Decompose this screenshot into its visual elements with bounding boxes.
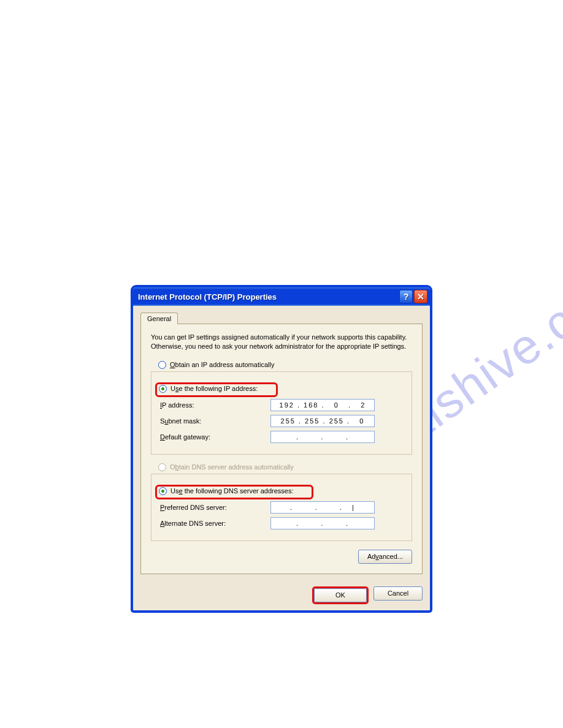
ip-address-label: IP address:: [160, 401, 270, 409]
radio-use-dns[interactable]: Use the following DNS server addresses:: [159, 487, 297, 495]
default-gateway-label: Default gateway:: [160, 433, 270, 441]
radio-dot-icon: [161, 490, 164, 493]
tab-strip: General: [140, 313, 423, 324]
alternate-dns-input[interactable]: [270, 517, 375, 529]
close-button[interactable]: ✕: [414, 290, 427, 303]
titlebar[interactable]: Internet Protocol (TCP/IP) Properties ? …: [133, 287, 430, 306]
dialog-window: Internet Protocol (TCP/IP) Properties ? …: [131, 286, 432, 612]
close-icon: ✕: [417, 292, 424, 301]
radio-label: Use the following DNS server addresses:: [170, 487, 294, 495]
radio-obtain-ip-auto[interactable]: Obtain an IP address automatically: [158, 361, 412, 369]
preferred-dns-label: Preferred DNS server:: [160, 504, 270, 511]
radio-icon: [158, 361, 166, 369]
ip-fieldset: Use the following IP address: IP address…: [151, 371, 412, 455]
dialog-footer: OK Cancel: [133, 582, 430, 610]
radio-obtain-ip-auto-text: btain an IP address automatically: [175, 361, 275, 368]
radio-label: Obtain DNS server address automatically: [170, 463, 294, 471]
window-title: Internet Protocol (TCP/IP) Properties: [138, 292, 398, 301]
help-button[interactable]: ?: [399, 290, 413, 303]
description-text: You can get IP settings assigned automat…: [151, 333, 412, 351]
tab-general[interactable]: General: [140, 313, 178, 324]
default-gateway-input[interactable]: [270, 431, 375, 443]
radio-icon: [159, 385, 167, 393]
field-subnet-mask: Subnet mask:: [160, 415, 403, 427]
ok-button[interactable]: OK: [314, 588, 367, 602]
dns-fieldset: Use the following DNS server addresses: …: [151, 474, 412, 541]
subnet-mask-label: Subnet mask:: [160, 417, 270, 425]
preferred-dns-input[interactable]: [270, 501, 375, 514]
advanced-button[interactable]: Advanced...: [358, 550, 412, 564]
radio-label: Obtain an IP address automatically: [170, 361, 274, 368]
radio-icon: [159, 487, 167, 495]
help-icon: ?: [404, 292, 409, 301]
radio-dot-icon: [161, 387, 164, 390]
field-preferred-dns: Preferred DNS server:: [160, 501, 403, 514]
field-alternate-dns: Alternate DNS server:: [160, 517, 403, 529]
radio-use-ip[interactable]: Use the following IP address:: [159, 385, 261, 393]
field-default-gateway: Default gateway:: [160, 431, 403, 443]
tab-panel-general: You can get IP settings assigned automat…: [140, 324, 423, 574]
field-ip-address: IP address:: [160, 399, 403, 411]
radio-icon: [158, 463, 166, 471]
dialog-body: General You can get IP settings assigned…: [133, 306, 430, 582]
advanced-row: Advanced...: [151, 550, 412, 564]
ip-address-input[interactable]: [270, 399, 375, 411]
highlight-ok: OK: [312, 586, 369, 604]
cancel-button[interactable]: Cancel: [373, 586, 423, 601]
subnet-mask-input[interactable]: [270, 415, 375, 427]
radio-label: Use the following IP address:: [170, 385, 258, 392]
alternate-dns-label: Alternate DNS server:: [160, 520, 270, 527]
radio-obtain-dns-auto: Obtain DNS server address automatically: [158, 463, 412, 471]
